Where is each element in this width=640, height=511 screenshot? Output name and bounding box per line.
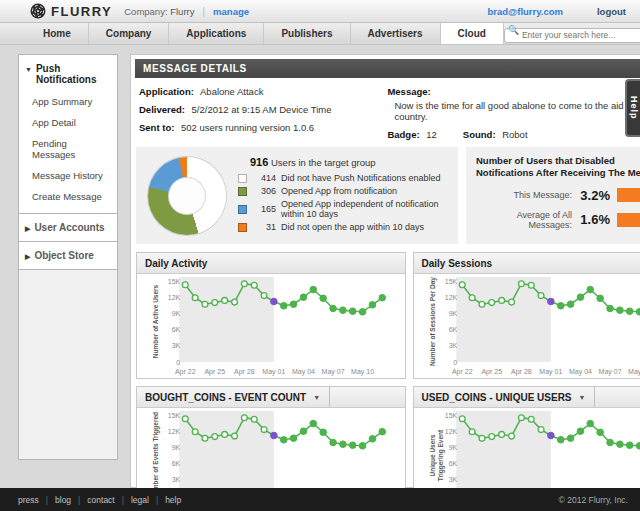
legend-swatch-orange bbox=[238, 223, 247, 232]
disabled-notifications-title: Number of Users that Disabled Notificati… bbox=[476, 155, 640, 179]
delivered-value: 5/2/2012 at 9:15 AM Device Time bbox=[192, 104, 332, 115]
charts-grid: Daily Activity 03K6K9K12K15KApr 22Apr 25… bbox=[136, 252, 640, 511]
svg-text:0: 0 bbox=[453, 359, 457, 366]
sent-to-label: Sent to: bbox=[139, 122, 174, 133]
sidebar-section-push-notifications[interactable]: ▼ Push Notifications bbox=[19, 55, 117, 91]
footer-link-blog[interactable]: blog bbox=[55, 495, 71, 505]
svg-text:15K: 15K bbox=[444, 412, 457, 419]
tab-advertisers[interactable]: Advertisers bbox=[351, 23, 441, 44]
daily-activity-chart: 03K6K9K12K15KApr 22Apr 25Apr 28May 01May… bbox=[137, 274, 405, 378]
sidebar-item-app-detail[interactable]: App Detail bbox=[19, 112, 117, 133]
main-nav: Home Company Applications Publishers Adv… bbox=[0, 23, 640, 45]
target-group-title: 916 Users in the target group bbox=[250, 156, 452, 168]
application-label: Application: bbox=[139, 86, 194, 97]
legend-item: 306 Opened App from notification bbox=[238, 186, 452, 196]
svg-text:6K: 6K bbox=[172, 326, 181, 333]
flurry-logo: FLURRY bbox=[30, 3, 112, 19]
manage-link[interactable]: manage bbox=[213, 6, 249, 17]
message-details: Application: Abalone Attack Delivered: 5… bbox=[135, 78, 640, 144]
sidebar-item-message-history[interactable]: Message History bbox=[19, 165, 117, 186]
svg-text:15K: 15K bbox=[444, 278, 457, 285]
svg-text:May 04: May 04 bbox=[568, 368, 591, 376]
tab-home[interactable]: Home bbox=[26, 23, 89, 44]
svg-text:Number of Events Triggered: Number of Events Triggered bbox=[152, 412, 160, 499]
svg-text:3K: 3K bbox=[448, 476, 457, 483]
svg-text:9K: 9K bbox=[172, 310, 181, 317]
legend-swatch-green bbox=[238, 187, 247, 196]
svg-text:Apr 22: Apr 22 bbox=[175, 368, 196, 376]
svg-text:Apr 28: Apr 28 bbox=[511, 368, 532, 376]
svg-text:3K: 3K bbox=[172, 342, 181, 349]
search-input[interactable] bbox=[504, 28, 640, 43]
sound-label: Sound: bbox=[463, 129, 496, 140]
stat-bar bbox=[617, 213, 640, 227]
flurry-logo-icon bbox=[30, 3, 46, 19]
svg-text:May 01: May 01 bbox=[539, 368, 562, 376]
brand-wordmark: FLURRY bbox=[51, 4, 112, 19]
message-text: Now is the time for all good abalone to … bbox=[394, 100, 640, 122]
legend-swatch-white bbox=[238, 174, 247, 183]
stat-row-average: Average of All Messages: 1.6% bbox=[476, 210, 640, 230]
sidebar-item-create-message[interactable]: Create Message bbox=[19, 186, 117, 207]
svg-text:May 07: May 07 bbox=[322, 368, 345, 376]
svg-text:May 10: May 10 bbox=[628, 368, 640, 376]
stat-bar bbox=[617, 188, 640, 202]
footer-link-help[interactable]: help bbox=[165, 495, 181, 505]
header-divider: | bbox=[202, 6, 205, 17]
footer-link-contact[interactable]: contact bbox=[87, 495, 114, 505]
footer-link-press[interactable]: press bbox=[18, 495, 39, 505]
svg-text:0: 0 bbox=[176, 359, 180, 366]
chevron-right-icon: ▶ bbox=[25, 225, 30, 233]
svg-text:12K: 12K bbox=[444, 294, 457, 301]
svg-text:12K: 12K bbox=[444, 428, 457, 435]
svg-text:May 01: May 01 bbox=[262, 368, 285, 376]
svg-text:6K: 6K bbox=[448, 460, 457, 467]
legend-item: 165 Opened App independent of notificati… bbox=[238, 199, 452, 219]
svg-text:Apr 25: Apr 25 bbox=[481, 368, 502, 376]
svg-text:6K: 6K bbox=[448, 326, 457, 333]
main-panel: MESSAGE DETAILS Application: Abalone Att… bbox=[130, 54, 640, 488]
page-title: MESSAGE DETAILS bbox=[135, 59, 640, 78]
help-tab[interactable]: Help bbox=[625, 79, 640, 137]
bought-coins-metric-dropdown[interactable]: BOUGHT_COINS - EVENT COUNT ▼ bbox=[145, 387, 330, 407]
used-coins-metric-dropdown[interactable]: USED_COINS - UNIQUE USERS ▼ bbox=[422, 387, 596, 407]
sent-to-value: 502 users running version 1.0.6 bbox=[181, 122, 314, 133]
legend-item: 31 Did not open the app within 10 days bbox=[238, 222, 452, 232]
sidebar-item-app-summary[interactable]: App Summary bbox=[19, 91, 117, 112]
svg-text:Apr 25: Apr 25 bbox=[204, 368, 225, 376]
svg-text:12K: 12K bbox=[168, 428, 181, 435]
footer-link-legal[interactable]: legal bbox=[131, 495, 149, 505]
chart-title: Daily Activity bbox=[145, 258, 207, 269]
svg-text:9K: 9K bbox=[172, 444, 181, 451]
daily-activity-chart-panel: Daily Activity 03K6K9K12K15KApr 22Apr 25… bbox=[136, 252, 406, 379]
svg-text:May 10: May 10 bbox=[351, 368, 374, 376]
tab-applications[interactable]: Applications bbox=[169, 23, 264, 44]
svg-text:May 04: May 04 bbox=[292, 368, 315, 376]
sidebar-section-user-accounts[interactable]: ▶ User Accounts bbox=[19, 213, 117, 241]
svg-text:9K: 9K bbox=[448, 310, 457, 317]
chevron-down-icon: ▼ bbox=[25, 66, 32, 73]
svg-text:3K: 3K bbox=[172, 476, 181, 483]
daily-sessions-chart: 03K6K9K12K15KApr 22Apr 25Apr 28May 01May… bbox=[414, 274, 640, 378]
badge-value: 12 bbox=[426, 129, 437, 140]
tab-publishers[interactable]: Publishers bbox=[264, 23, 350, 44]
legend-item: 414 Did not have Push Notifications enab… bbox=[238, 173, 452, 183]
delivered-label: Delivered: bbox=[139, 104, 185, 115]
tab-company[interactable]: Company bbox=[89, 23, 170, 44]
donut-hole bbox=[169, 178, 205, 214]
sidebar-section-object-store[interactable]: ▶ Object Store bbox=[19, 241, 117, 269]
donut-legend: 916 Users in the target group 414 Did no… bbox=[238, 156, 452, 235]
top-bar: FLURRY Company: Flurry | manage brad@flu… bbox=[0, 0, 640, 23]
search-icon: 🔍 bbox=[508, 25, 519, 35]
svg-text:Triggering Event: Triggering Event bbox=[437, 429, 445, 481]
user-email-link[interactable]: brad@flurry.com bbox=[487, 6, 563, 17]
chevron-down-icon: ▼ bbox=[313, 394, 320, 401]
message-label: Message: bbox=[387, 86, 430, 97]
chart-title: USED_COINS - UNIQUE USERS bbox=[422, 392, 572, 403]
sidebar-item-pending-messages[interactable]: Pending Messages bbox=[19, 133, 117, 165]
target-group-panel: 916 Users in the target group 414 Did no… bbox=[136, 147, 458, 244]
tab-cloud[interactable]: Cloud bbox=[441, 23, 504, 44]
svg-text:15K: 15K bbox=[168, 412, 181, 419]
logout-link[interactable]: logout bbox=[597, 6, 626, 17]
chart-title: Daily Sessions bbox=[422, 258, 493, 269]
